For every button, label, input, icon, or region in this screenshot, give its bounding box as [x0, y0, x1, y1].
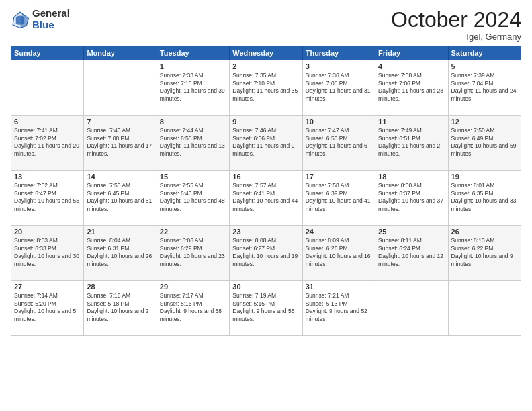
- month-title: October 2024: [391, 8, 521, 32]
- day-number: 25: [378, 228, 445, 236]
- day-number: 26: [451, 228, 518, 236]
- day-number: 11: [378, 118, 445, 126]
- day-number: 14: [87, 173, 153, 181]
- table-row: 3Sunrise: 7:36 AMSunset: 7:08 PMDaylight…: [302, 60, 375, 116]
- day-number: 21: [87, 228, 153, 236]
- day-info: Sunrise: 7:43 AMSunset: 7:00 PMDaylight:…: [87, 127, 153, 158]
- day-info: Sunrise: 7:33 AMSunset: 7:13 PMDaylight:…: [160, 72, 226, 103]
- day-info: Sunrise: 8:01 AMSunset: 6:35 PMDaylight:…: [451, 182, 518, 213]
- day-number: 24: [306, 228, 372, 236]
- day-info: Sunrise: 7:38 AMSunset: 7:06 PMDaylight:…: [378, 72, 445, 103]
- table-row: 23Sunrise: 8:08 AMSunset: 6:27 PMDayligh…: [230, 226, 302, 281]
- logo: General Blue: [11, 8, 70, 30]
- day-number: 3: [306, 62, 372, 71]
- logo-general-text: General: [32, 8, 70, 19]
- table-row: [11, 60, 84, 116]
- table-row: 20Sunrise: 8:03 AMSunset: 6:33 PMDayligh…: [11, 226, 84, 281]
- table-row: 22Sunrise: 8:06 AMSunset: 6:29 PMDayligh…: [157, 226, 229, 281]
- day-info: Sunrise: 7:49 AMSunset: 6:51 PMDaylight:…: [378, 127, 445, 158]
- table-row: [448, 281, 521, 336]
- day-info: Sunrise: 7:36 AMSunset: 7:08 PMDaylight:…: [306, 72, 372, 103]
- day-number: 22: [160, 228, 226, 236]
- col-monday: Monday: [84, 46, 157, 60]
- day-number: 19: [451, 173, 518, 181]
- table-row: 14Sunrise: 7:53 AMSunset: 6:45 PMDayligh…: [84, 171, 157, 226]
- day-info: Sunrise: 8:04 AMSunset: 6:31 PMDaylight:…: [87, 237, 153, 268]
- location: Igel, Germany: [391, 32, 521, 42]
- calendar-week-row: 1Sunrise: 7:33 AMSunset: 7:13 PMDaylight…: [11, 60, 521, 116]
- day-number: 23: [232, 228, 299, 236]
- table-row: [375, 281, 448, 336]
- table-row: 19Sunrise: 8:01 AMSunset: 6:35 PMDayligh…: [448, 171, 521, 226]
- day-info: Sunrise: 7:35 AMSunset: 7:10 PMDaylight:…: [232, 72, 299, 103]
- day-number: 9: [232, 118, 299, 126]
- col-thursday: Thursday: [302, 46, 375, 60]
- day-info: Sunrise: 8:06 AMSunset: 6:29 PMDaylight:…: [160, 237, 226, 268]
- day-info: Sunrise: 7:46 AMSunset: 6:56 PMDaylight:…: [232, 127, 299, 158]
- day-info: Sunrise: 7:16 AMSunset: 5:18 PMDaylight:…: [87, 292, 153, 323]
- day-info: Sunrise: 7:57 AMSunset: 6:41 PMDaylight:…: [232, 182, 299, 213]
- day-info: Sunrise: 7:55 AMSunset: 6:43 PMDaylight:…: [160, 182, 226, 213]
- table-row: 21Sunrise: 8:04 AMSunset: 6:31 PMDayligh…: [84, 226, 157, 281]
- day-number: 31: [306, 283, 372, 291]
- table-row: 18Sunrise: 8:00 AMSunset: 6:37 PMDayligh…: [375, 171, 448, 226]
- day-number: 4: [378, 62, 445, 71]
- col-friday: Friday: [375, 46, 448, 60]
- calendar-header-row: Sunday Monday Tuesday Wednesday Thursday…: [11, 46, 521, 60]
- table-row: 31Sunrise: 7:21 AMSunset: 5:13 PMDayligh…: [302, 281, 375, 336]
- day-number: 10: [306, 118, 372, 126]
- day-number: 2: [232, 62, 299, 71]
- title-area: October 2024 Igel, Germany: [391, 8, 521, 42]
- col-sunday: Sunday: [11, 46, 84, 60]
- table-row: 7Sunrise: 7:43 AMSunset: 7:00 PMDaylight…: [84, 116, 157, 171]
- day-info: Sunrise: 7:17 AMSunset: 5:16 PMDaylight:…: [160, 292, 226, 323]
- day-info: Sunrise: 7:50 AMSunset: 6:49 PMDaylight:…: [451, 127, 518, 158]
- table-row: 10Sunrise: 7:47 AMSunset: 6:53 PMDayligh…: [302, 116, 375, 171]
- day-number: 29: [160, 283, 226, 291]
- day-number: 17: [306, 173, 372, 181]
- day-info: Sunrise: 8:00 AMSunset: 6:37 PMDaylight:…: [378, 182, 445, 213]
- table-row: 26Sunrise: 8:13 AMSunset: 6:22 PMDayligh…: [448, 226, 521, 281]
- day-number: 16: [232, 173, 299, 181]
- table-row: 17Sunrise: 7:58 AMSunset: 6:39 PMDayligh…: [302, 171, 375, 226]
- day-number: 13: [14, 173, 81, 181]
- day-number: 18: [378, 173, 445, 181]
- table-row: 8Sunrise: 7:44 AMSunset: 6:58 PMDaylight…: [157, 116, 229, 171]
- day-info: Sunrise: 8:13 AMSunset: 6:22 PMDaylight:…: [451, 237, 518, 268]
- table-row: [84, 60, 157, 116]
- table-row: 12Sunrise: 7:50 AMSunset: 6:49 PMDayligh…: [448, 116, 521, 171]
- day-info: Sunrise: 7:39 AMSunset: 7:04 PMDaylight:…: [451, 72, 518, 103]
- day-number: 28: [87, 283, 153, 291]
- table-row: 29Sunrise: 7:17 AMSunset: 5:16 PMDayligh…: [157, 281, 229, 336]
- table-row: 9Sunrise: 7:46 AMSunset: 6:56 PMDaylight…: [230, 116, 302, 171]
- table-row: 1Sunrise: 7:33 AMSunset: 7:13 PMDaylight…: [157, 60, 229, 116]
- calendar-week-row: 27Sunrise: 7:14 AMSunset: 5:20 PMDayligh…: [11, 281, 521, 336]
- day-info: Sunrise: 7:41 AMSunset: 7:02 PMDaylight:…: [14, 127, 81, 158]
- day-number: 12: [451, 118, 518, 126]
- table-row: 15Sunrise: 7:55 AMSunset: 6:43 PMDayligh…: [157, 171, 229, 226]
- logo-blue-text: Blue: [32, 19, 70, 31]
- table-row: 5Sunrise: 7:39 AMSunset: 7:04 PMDaylight…: [448, 60, 521, 116]
- logo-text: General Blue: [32, 8, 70, 30]
- col-wednesday: Wednesday: [230, 46, 302, 60]
- calendar-week-row: 13Sunrise: 7:52 AMSunset: 6:47 PMDayligh…: [11, 171, 521, 226]
- day-number: 1: [160, 62, 226, 71]
- day-number: 15: [160, 173, 226, 181]
- day-number: 8: [160, 118, 226, 126]
- day-info: Sunrise: 7:14 AMSunset: 5:20 PMDaylight:…: [14, 292, 81, 323]
- table-row: 2Sunrise: 7:35 AMSunset: 7:10 PMDaylight…: [230, 60, 302, 116]
- day-number: 20: [14, 228, 81, 236]
- day-info: Sunrise: 7:53 AMSunset: 6:45 PMDaylight:…: [87, 182, 153, 213]
- day-number: 7: [87, 118, 153, 126]
- day-info: Sunrise: 8:09 AMSunset: 6:26 PMDaylight:…: [306, 237, 372, 268]
- table-row: 11Sunrise: 7:49 AMSunset: 6:51 PMDayligh…: [375, 116, 448, 171]
- table-row: 27Sunrise: 7:14 AMSunset: 5:20 PMDayligh…: [11, 281, 84, 336]
- day-info: Sunrise: 7:44 AMSunset: 6:58 PMDaylight:…: [160, 127, 226, 158]
- day-info: Sunrise: 8:11 AMSunset: 6:24 PMDaylight:…: [378, 237, 445, 268]
- generalblue-logo-icon: [11, 10, 30, 29]
- day-number: 27: [14, 283, 81, 291]
- col-saturday: Saturday: [448, 46, 521, 60]
- calendar-week-row: 20Sunrise: 8:03 AMSunset: 6:33 PMDayligh…: [11, 226, 521, 281]
- table-row: 25Sunrise: 8:11 AMSunset: 6:24 PMDayligh…: [375, 226, 448, 281]
- calendar-week-row: 6Sunrise: 7:41 AMSunset: 7:02 PMDaylight…: [11, 116, 521, 171]
